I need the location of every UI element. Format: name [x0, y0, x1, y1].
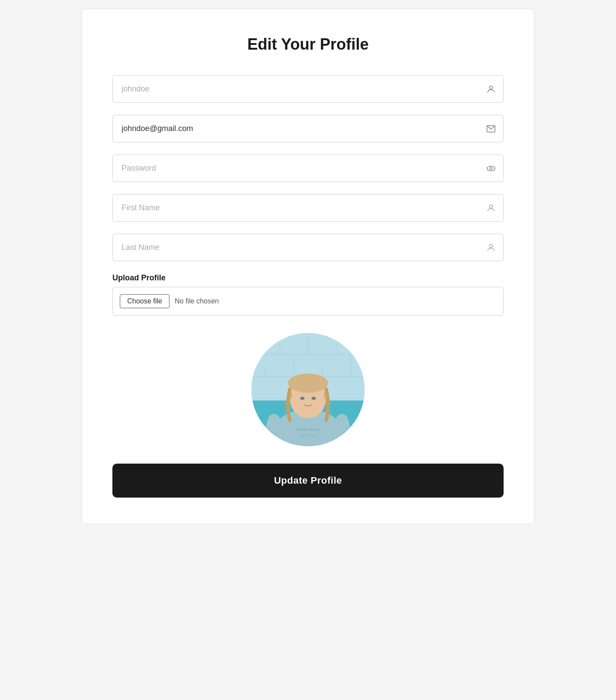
- svg-text:Myrtle Beach: Myrtle Beach: [296, 427, 320, 432]
- upload-group: Upload Profile Choose file No file chose…: [112, 273, 504, 316]
- no-file-text: No file chosen: [175, 297, 219, 305]
- upload-label: Upload Profile: [112, 273, 504, 283]
- lastname-input[interactable]: [112, 234, 504, 261]
- page-title: Edit Your Profile: [112, 35, 504, 54]
- username-input[interactable]: [112, 75, 504, 103]
- profile-card: Edit Your Profile: [81, 9, 535, 524]
- update-profile-button[interactable]: Update Profile: [112, 464, 504, 498]
- username-group: [112, 75, 504, 103]
- profile-image-container: Myrtle Beach South Carolina: [112, 333, 504, 446]
- choose-file-button[interactable]: Choose file: [120, 294, 169, 308]
- svg-point-21: [288, 374, 328, 393]
- svg-point-23: [311, 397, 316, 400]
- svg-text:South Carolina: South Carolina: [299, 434, 318, 437]
- password-group: [112, 155, 504, 182]
- firstname-input[interactable]: [112, 194, 504, 222]
- file-input-wrapper: Choose file No file chosen: [112, 287, 504, 316]
- svg-point-22: [300, 397, 305, 400]
- firstname-group: [112, 194, 504, 222]
- lastname-group: [112, 234, 504, 261]
- email-input[interactable]: [112, 115, 504, 142]
- profile-avatar: Myrtle Beach South Carolina: [251, 333, 365, 446]
- email-group: [112, 115, 504, 142]
- password-input[interactable]: [112, 155, 504, 182]
